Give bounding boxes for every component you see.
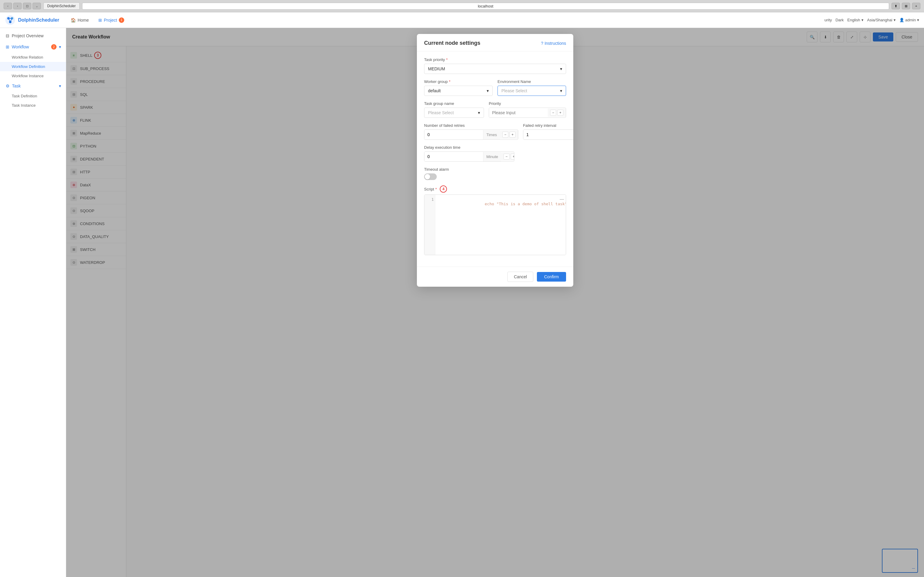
line-number-1: 1 xyxy=(426,197,434,201)
script-label: Script * 4 xyxy=(424,185,566,193)
user-icon: 👤 xyxy=(899,18,904,22)
cancel-button[interactable]: Cancel xyxy=(507,272,533,282)
environment-name-field: Environment Name Please Select ▾ xyxy=(498,79,566,96)
modal-body: Task priority true * MEDIUM ▾ xyxy=(417,52,573,267)
worker-group-select[interactable]: default ▾ xyxy=(424,85,493,96)
forward-button[interactable]: › xyxy=(13,3,22,9)
url-bar[interactable]: localhost xyxy=(82,3,889,10)
delay-execution-field: Delay execution time Minute − + xyxy=(424,145,566,162)
sidebar-label-task: Task xyxy=(12,84,21,89)
security-link[interactable]: urity xyxy=(824,18,832,22)
worker-group-chevron-icon: ▾ xyxy=(487,89,489,93)
header-nav: 🏠 Home ⊞ Project 1 xyxy=(66,16,128,25)
sidebar-section-main: ⊟ Project Overview ⊞ Workflow 2 ▾ Workfl… xyxy=(0,28,66,113)
workflow-expand-icon: ▾ xyxy=(59,45,61,49)
worker-env-row: Worker group * default ▾ Envir xyxy=(424,79,566,96)
sidebar-item-project-overview[interactable]: ⊟ Project Overview xyxy=(0,31,66,41)
task-priority-label: Task priority true * xyxy=(424,57,566,62)
retry-interval-input-group: Minute − + xyxy=(523,129,573,140)
share-button[interactable]: ⬆ xyxy=(892,3,900,9)
browser-chrome: ‹ › ⊡ ⌄ DolphinScheduler localhost ⬆ ⊞ + xyxy=(0,0,924,12)
delay-execution-unit: Minute xyxy=(483,152,501,161)
delay-execution-decrement[interactable]: − xyxy=(504,153,509,160)
browser-tab[interactable]: DolphinScheduler xyxy=(43,2,80,10)
workflow-icon: ⊞ xyxy=(6,45,9,49)
priority-field: Priority − + xyxy=(489,101,566,118)
worker-group-label: Worker group * xyxy=(424,79,493,84)
retry-interval-label: Failed retry interval xyxy=(523,123,573,128)
sidebar-item-workflow-instance[interactable]: Workflow Instance xyxy=(0,71,66,81)
priority-input-group: − + xyxy=(489,108,566,118)
task-priority-chevron-icon: ▾ xyxy=(560,66,562,71)
environment-name-placeholder: Please Select xyxy=(501,89,527,93)
delay-execution-input[interactable] xyxy=(425,152,483,161)
tab-down[interactable]: ⌄ xyxy=(32,3,41,9)
timeout-alarm-toggle[interactable] xyxy=(424,173,437,180)
home-icon: 🏠 xyxy=(71,18,76,23)
instructions-label: Instructions xyxy=(544,41,566,46)
instructions-link[interactable]: ? Instructions xyxy=(541,41,566,46)
timezone-chevron-icon: ▾ xyxy=(893,18,896,22)
task-group-name-select[interactable]: Please Select ▾ xyxy=(424,108,484,118)
sidebar-item-task-instance[interactable]: Task Instance xyxy=(0,101,66,110)
timezone-selector[interactable]: Asia/Shanghai ▾ xyxy=(867,18,896,22)
sidebar-label-workflow-definition: Workflow Definition xyxy=(12,64,45,69)
sidebar-item-task[interactable]: ⚙ Task ▾ xyxy=(0,81,66,91)
confirm-button[interactable]: Confirm xyxy=(537,272,566,282)
user-menu[interactable]: 👤 admin ▾ xyxy=(899,18,919,22)
task-priority-field: Task priority true * MEDIUM ▾ xyxy=(424,57,566,74)
content-area: Create Workflow 🔍 ⬇ 🗑 ⤢ ⊹ xyxy=(66,28,924,577)
dark-mode-toggle[interactable]: Dark xyxy=(835,18,844,22)
script-content[interactable]: echo "This is a demo of shell task" xyxy=(435,195,566,255)
task-priority-value: MEDIUM xyxy=(428,66,445,71)
extensions-button[interactable]: ⊞ xyxy=(902,3,910,9)
line-numbers: 1 xyxy=(425,195,435,255)
sidebar-item-workflow[interactable]: ⊞ Workflow 2 ▾ xyxy=(0,41,66,53)
app-header: DolphinScheduler 🏠 Home ⊞ Project 1 urit… xyxy=(0,12,924,28)
priority-increment[interactable]: + xyxy=(557,110,563,116)
sidebar-label-task-instance: Task Instance xyxy=(12,103,36,108)
worker-group-field: Worker group * default ▾ xyxy=(424,79,493,96)
script-code-block: — 1 echo "This is a demo of shell task" xyxy=(424,195,566,255)
language-chevron-icon: ▾ xyxy=(861,18,864,22)
failed-retries-decrement[interactable]: − xyxy=(502,132,508,138)
user-chevron-icon: ▾ xyxy=(917,18,919,22)
priority-input[interactable] xyxy=(489,108,548,118)
tab-label: DolphinScheduler xyxy=(47,4,76,8)
nav-project[interactable]: ⊞ Project 1 xyxy=(94,16,128,25)
project-overview-icon: ⊟ xyxy=(6,33,9,38)
delay-execution-increment[interactable]: + xyxy=(511,153,514,160)
sidebar-label-workflow-relation: Workflow Relation xyxy=(12,55,43,60)
environment-name-select[interactable]: Please Select ▾ xyxy=(498,85,566,96)
failed-retries-input[interactable] xyxy=(425,130,483,139)
main-layout: ⊟ Project Overview ⊞ Workflow 2 ▾ Workfl… xyxy=(0,28,924,577)
task-group-chevron-icon: ▾ xyxy=(478,110,480,115)
back-button[interactable]: ‹ xyxy=(3,3,12,9)
code-editor-action-icon[interactable]: — xyxy=(560,197,564,201)
nav-home[interactable]: 🏠 Home xyxy=(66,16,93,24)
priority-decrement[interactable]: − xyxy=(550,110,556,116)
environment-name-label: Environment Name xyxy=(498,79,566,84)
sidebar-item-workflow-definition[interactable]: Workflow Definition xyxy=(0,62,66,71)
modal-footer: Cancel Confirm xyxy=(417,267,573,287)
failed-retries-increment[interactable]: + xyxy=(509,132,515,138)
modal-title: Current node settings xyxy=(424,40,480,46)
sidebar: ⊟ Project Overview ⊞ Workflow 2 ▾ Workfl… xyxy=(0,28,66,577)
retry-interval-input[interactable] xyxy=(523,130,573,139)
sidebar-label-workflow-instance: Workflow Instance xyxy=(12,74,44,78)
task-priority-select[interactable]: MEDIUM ▾ xyxy=(424,64,566,74)
failed-retries-unit: Times xyxy=(483,130,500,139)
app: DolphinScheduler 🏠 Home ⊞ Project 1 urit… xyxy=(0,12,924,577)
failed-retries-field: Number of failed retries Times − + xyxy=(424,123,518,140)
add-tab-button[interactable]: + xyxy=(912,3,921,9)
tab-switcher[interactable]: ⊡ xyxy=(23,3,31,9)
nav-project-label: Project xyxy=(104,18,117,23)
sidebar-item-task-definition[interactable]: Task Definition xyxy=(0,91,66,101)
timeout-alarm-field: Timeout alarm xyxy=(424,167,566,180)
modal-header: Current node settings ? Instructions xyxy=(417,34,573,52)
language-selector[interactable]: English ▾ xyxy=(847,18,864,22)
question-icon: ? xyxy=(541,41,543,46)
task-group-placeholder: Please Select xyxy=(428,110,454,115)
sidebar-item-workflow-relation[interactable]: Workflow Relation xyxy=(0,53,66,62)
worker-group-value: default xyxy=(428,89,441,93)
